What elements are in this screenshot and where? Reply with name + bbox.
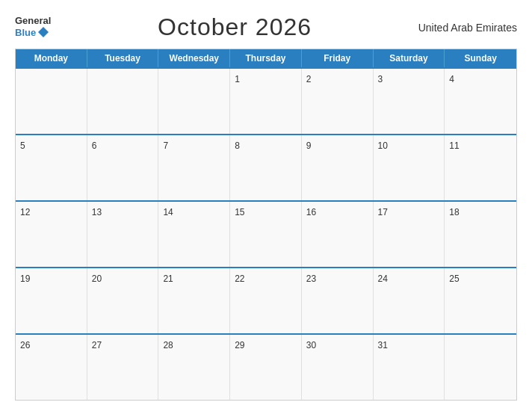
cal-cell-26: 26: [16, 335, 87, 400]
cal-cell-empty: [16, 69, 87, 134]
col-monday: Monday: [16, 49, 87, 67]
cal-cell-23: 23: [302, 268, 374, 333]
page-header: General Blue October 2026 United Arab Em…: [15, 13, 517, 41]
week-row-3: 12 13 14 15 16 17 18: [16, 200, 516, 267]
cal-cell-7: 7: [158, 135, 230, 200]
calendar-body: 1 2 3 4 5 6 7 8 9 10 11 12 13 14 15 16: [16, 67, 516, 400]
cal-cell-22: 22: [230, 268, 302, 333]
cal-cell-3: 3: [374, 69, 445, 134]
cal-cell-empty: [445, 335, 516, 400]
cal-cell-6: 6: [87, 135, 159, 200]
logo-flag-icon: [37, 25, 50, 39]
cal-cell-31: 31: [374, 335, 445, 400]
cal-cell-8: 8: [230, 135, 302, 200]
cal-cell-2: 2: [302, 69, 374, 134]
cal-cell-18: 18: [445, 202, 516, 267]
cal-cell-29: 29: [230, 335, 302, 400]
cal-cell-15: 15: [230, 202, 302, 267]
cal-cell-14: 14: [158, 202, 230, 267]
cal-cell-5: 5: [16, 135, 87, 200]
col-thursday: Thursday: [230, 49, 302, 67]
cal-cell-11: 11: [445, 135, 516, 200]
week-row-1: 1 2 3 4: [16, 67, 516, 134]
col-friday: Friday: [302, 49, 374, 67]
col-tuesday: Tuesday: [87, 49, 159, 67]
col-wednesday: Wednesday: [158, 49, 230, 67]
cal-cell-4: 4: [445, 69, 516, 134]
cal-cell-27: 27: [87, 335, 159, 400]
cal-cell-9: 9: [302, 135, 374, 200]
cal-cell-13: 13: [87, 202, 159, 267]
week-row-2: 5 6 7 8 9 10 11: [16, 134, 516, 200]
cal-cell-24: 24: [374, 268, 445, 333]
cal-cell-10: 10: [374, 135, 445, 200]
cal-cell-21: 21: [158, 268, 230, 333]
calendar-page: General Blue October 2026 United Arab Em…: [0, 0, 532, 411]
cal-cell-19: 19: [16, 268, 87, 333]
logo-blue-text: Blue: [15, 28, 36, 37]
week-row-4: 19 20 21 22 23 24 25: [16, 267, 516, 333]
cal-cell-20: 20: [87, 268, 159, 333]
cal-cell-30: 30: [302, 335, 374, 400]
cal-cell-12: 12: [16, 202, 87, 267]
cal-cell-empty: [87, 69, 159, 134]
svg-marker-0: [38, 27, 49, 37]
cal-cell-16: 16: [302, 202, 374, 267]
cal-cell-17: 17: [374, 202, 445, 267]
week-row-5: 26 27 28 29 30 31: [16, 333, 516, 400]
country-label: United Arab Emirates: [418, 22, 517, 34]
cal-cell-1: 1: [230, 69, 302, 134]
col-sunday: Sunday: [445, 49, 516, 67]
cal-cell-empty: [158, 69, 230, 134]
month-title: October 2026: [158, 13, 312, 41]
calendar-header: Monday Tuesday Wednesday Thursday Friday…: [16, 49, 516, 67]
cal-cell-28: 28: [158, 335, 230, 400]
logo-general-text: General: [15, 16, 51, 25]
logo: General Blue: [15, 16, 51, 39]
cal-cell-25: 25: [445, 268, 516, 333]
calendar-grid: Monday Tuesday Wednesday Thursday Friday…: [15, 49, 517, 401]
col-saturday: Saturday: [374, 49, 445, 67]
